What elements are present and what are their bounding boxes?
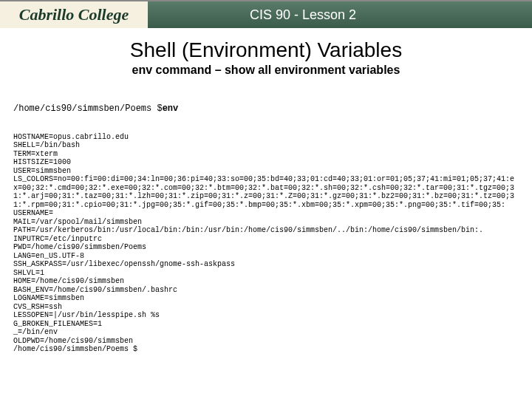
env-line: OLDPWD=/home/cis90/simmsben: [13, 337, 519, 346]
env-line: SHELL=/bin/bash: [13, 141, 519, 150]
prompt-path: /home/cis90/simmsben/Poems $: [13, 103, 163, 114]
env-line: USERNAME=: [13, 209, 519, 218]
header-bar: Cabrillo College CIS 90 - Lesson 2: [0, 0, 532, 28]
prompt-line: /home/cis90/simmsben/Poems $env: [13, 104, 519, 115]
env-line: LS_COLORS=no=00:fi=00:di=00;34:ln=00;36:…: [13, 175, 519, 209]
env-line: HOME=/home/cis90/simmsben: [13, 277, 519, 286]
env-output: HOSTNAME=opus.cabrillo.eduSHELL=/bin/bas…: [13, 133, 519, 354]
env-line: HOSTNAME=opus.cabrillo.edu: [13, 133, 519, 142]
env-line: LANG=en_US.UTF-8: [13, 252, 519, 261]
env-line: /home/cis90/simmsben/Poems $: [13, 345, 519, 354]
env-line: HISTSIZE=1000: [13, 158, 519, 167]
command: env: [163, 103, 179, 114]
env-line: SHLVL=1: [13, 269, 519, 278]
page-subtitle: env command – show all environment varia…: [0, 64, 532, 77]
env-line: LOGNAME=simmsben: [13, 294, 519, 303]
env-line: CVS_RSH=ssh: [13, 303, 519, 312]
env-line: MAIL=/var/spool/mail/simmsben: [13, 218, 519, 227]
course-title: CIS 90 - Lesson 2: [148, 7, 532, 23]
env-line: PWD=/home/cis90/simmsben/Poems: [13, 243, 519, 252]
logo-area: Cabrillo College: [0, 1, 148, 28]
env-line: _=/bin/env: [13, 328, 519, 337]
env-line: G_BROKEN_FILENAMES=1: [13, 320, 519, 329]
env-line: LESSOPEN=|/usr/bin/lesspipe.sh %s: [13, 311, 519, 320]
env-line: SSH_ASKPASS=/usr/libexec/openssh/gnome-s…: [13, 260, 519, 269]
env-line: TERM=xterm: [13, 150, 519, 159]
env-line: BASH_ENV=/home/cis90/simmsben/.bashrc: [13, 286, 519, 295]
terminal-output: /home/cis90/simmsben/Poems $env HOSTNAME…: [13, 87, 519, 362]
env-line: PATH=/usr/kerberos/bin:/usr/local/bin:/b…: [13, 226, 519, 235]
env-line: USER=simmsben: [13, 167, 519, 176]
logo-text: Cabrillo College: [19, 5, 129, 24]
page-title: Shell (Environment) Variables: [0, 38, 532, 62]
env-line: INPUTRC=/etc/inputrc: [13, 235, 519, 244]
